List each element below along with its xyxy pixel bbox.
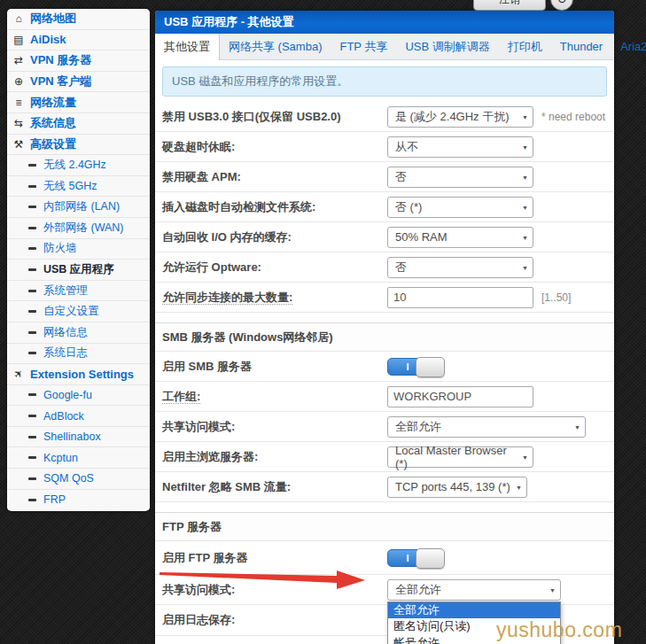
- tab[interactable]: FTP 共享: [331, 34, 396, 59]
- sidebar-item-label: Kcptun: [43, 452, 78, 464]
- sidebar-item[interactable]: 自定义设置: [7, 301, 150, 322]
- fs-autocheck-select[interactable]: 否 (*) ▼: [387, 197, 533, 218]
- sidebar-item-label: 网络流量: [30, 95, 76, 111]
- workgroup-input[interactable]: [387, 386, 533, 407]
- setting-label: 硬盘超时休眠:: [162, 139, 387, 155]
- tab[interactable]: Aria2: [611, 34, 646, 59]
- sidebar-item[interactable]: FRP: [7, 490, 150, 511]
- sidebar-item[interactable]: 内部网络 (LAN): [7, 197, 150, 218]
- tab[interactable]: 打印机: [499, 34, 551, 59]
- setting-row: 启用 SMB 服务器 I: [155, 352, 614, 382]
- dash-icon: [28, 268, 36, 271]
- netfilter-smb-select[interactable]: TCP ports 445, 139 (*) ▼: [387, 477, 527, 498]
- setting-row: 禁用硬盘 APM: 否 ▼: [155, 162, 614, 192]
- sidebar-item-label: Extension Settings: [30, 368, 134, 381]
- setting-label: 启用 FTP 服务器: [162, 550, 387, 566]
- dash-icon: [28, 477, 36, 480]
- dash-icon: [28, 206, 36, 208]
- tab-label: 其他设置: [164, 39, 210, 55]
- dash-icon: [28, 415, 36, 417]
- sidebar-item[interactable]: 防火墙: [7, 239, 150, 260]
- chevron-down-icon: ▼: [549, 587, 556, 594]
- setting-label: 插入磁盘时自动检测文件系统:: [162, 199, 387, 215]
- chevron-down-icon: ▼: [522, 454, 528, 461]
- sidebar-item[interactable]: 网络信息: [7, 322, 150, 344]
- ftp-access-mode-select[interactable]: 全部允许 ▼: [387, 579, 561, 601]
- sidebar-item-label: AiDisk: [30, 33, 66, 46]
- setting-label: 允许同步连接的最大数量:: [162, 290, 387, 306]
- refresh-button[interactable]: ↻: [550, 0, 573, 11]
- page-title: USB 应用程序 - 其他设置: [164, 14, 294, 30]
- setting-row: 允许同步连接的最大数量: [1..50]: [155, 283, 614, 313]
- hdd-spindown-select[interactable]: 从不 ▼: [387, 136, 533, 158]
- home-icon: ⌂: [7, 12, 30, 25]
- smb-access-mode-select[interactable]: 全部允许 ▼: [387, 416, 586, 438]
- sidebar-item[interactable]: ⇄ VPN 服务器: [7, 50, 150, 72]
- sidebar-item[interactable]: ⌂ 网络地图: [7, 9, 150, 30]
- sidebar-item[interactable]: Kcptun: [7, 447, 150, 469]
- tab-label: Aria2: [620, 40, 646, 53]
- sidebar-item-label: Google-fu: [43, 389, 92, 401]
- sidebar-item[interactable]: ⊕ VPN 客户端: [7, 72, 150, 93]
- range-note: [1..50]: [541, 291, 571, 304]
- master-browser-select[interactable]: Local Master Browser (*) ▼: [387, 446, 533, 468]
- sidebar-item[interactable]: Google-fu: [7, 385, 150, 407]
- io-cache-select[interactable]: 50% RAM ▼: [387, 227, 533, 248]
- sidebar-item-label: AdBlock: [43, 410, 84, 423]
- sidebar-item[interactable]: 无线 5GHz: [7, 176, 150, 198]
- setting-label: 工作组:: [162, 389, 387, 405]
- tabs-bar: 其他设置 网络共享 (Samba) FTP 共享 USB 调制解调器 打印机 T…: [155, 34, 614, 60]
- system-info-icon: ⇆: [7, 117, 30, 129]
- tab[interactable]: 网络共享 (Samba): [220, 34, 331, 59]
- setting-row: 启用 FTP 服务器 I: [155, 541, 614, 575]
- tab[interactable]: Thunder: [551, 34, 611, 59]
- logout-button[interactable]: 注销: [473, 0, 546, 11]
- main-panel: USB 应用程序 - 其他设置 其他设置 网络共享 (Samba) FTP 共享…: [155, 11, 614, 644]
- sidebar-item[interactable]: USB 应用程序: [7, 260, 150, 281]
- sidebar-item-label: 系统管理: [43, 283, 88, 299]
- sidebar-item[interactable]: ≡ 网络流量: [7, 92, 150, 113]
- optware-select[interactable]: 否 ▼: [387, 257, 533, 278]
- dash-icon: [28, 185, 36, 188]
- sidebar-item[interactable]: ⇆ 系统信息: [7, 113, 150, 135]
- setting-row: 共享访问模式: 全部允许 ▼: [155, 412, 614, 442]
- dropdown-option[interactable]: 匿名访问(只读): [388, 618, 560, 635]
- sidebar-item[interactable]: ✈ Extension Settings: [7, 364, 150, 385]
- sidebar-item-label: USB 应用程序: [43, 262, 114, 277]
- sidebar-item-label: VPN 客户端: [30, 74, 91, 89]
- chevron-down-icon: ▼: [522, 175, 528, 181]
- usb3-disable-select[interactable]: 是 (减少 2.4GHz 干扰) ▼: [387, 106, 533, 128]
- smb-section-header: SMB 服务器 (Windows网络邻居): [155, 322, 614, 352]
- sidebar-item[interactable]: AdBlock: [7, 406, 150, 427]
- sidebar-item-label: 无线 2.4GHz: [43, 158, 106, 173]
- sidebar-item[interactable]: ⚒ 高级设置: [7, 135, 150, 156]
- setting-label: 共享访问模式:: [162, 582, 387, 598]
- sidebar-item[interactable]: Shellinabox: [7, 427, 150, 448]
- chevron-down-icon: ▼: [522, 144, 528, 151]
- toggle-knob: [416, 357, 445, 377]
- chevron-down-icon: ▼: [522, 235, 528, 241]
- sidebar-item-label: 内部网络 (LAN): [43, 199, 120, 214]
- reboot-note: * need reboot: [541, 111, 605, 123]
- setting-label: 共享访问模式:: [162, 419, 387, 435]
- dropdown-option[interactable]: 全部允许: [388, 602, 560, 619]
- sidebar-item[interactable]: 系统日志: [7, 344, 150, 365]
- sidebar-item[interactable]: 外部网络 (WAN): [7, 218, 150, 239]
- dash-icon: [28, 331, 36, 334]
- dash-icon: [28, 352, 36, 354]
- ftp-enable-toggle[interactable]: I: [387, 549, 444, 567]
- chevron-down-icon: ▼: [522, 205, 528, 211]
- sidebar-item[interactable]: SQM QoS: [7, 469, 150, 490]
- sidebar-item[interactable]: 无线 2.4GHz: [7, 155, 150, 176]
- setting-label: 启用 SMB 服务器: [162, 359, 387, 375]
- tab[interactable]: 其他设置: [155, 34, 220, 60]
- sidebar-item[interactable]: 系统管理: [7, 281, 150, 302]
- hdd-apm-select[interactable]: 否 ▼: [387, 167, 533, 188]
- dropdown-option[interactable]: 帐号允许: [388, 635, 560, 644]
- setting-row: 启用主浏览服务器: Local Master Browser (*) ▼: [155, 442, 614, 472]
- sidebar-item[interactable]: ▤ AiDisk: [7, 30, 150, 51]
- max-connections-input[interactable]: [387, 287, 533, 308]
- smb-enable-toggle[interactable]: I: [387, 358, 444, 376]
- sidebar-item-label: 系统日志: [43, 345, 88, 361]
- tab[interactable]: USB 调制解调器: [396, 34, 498, 59]
